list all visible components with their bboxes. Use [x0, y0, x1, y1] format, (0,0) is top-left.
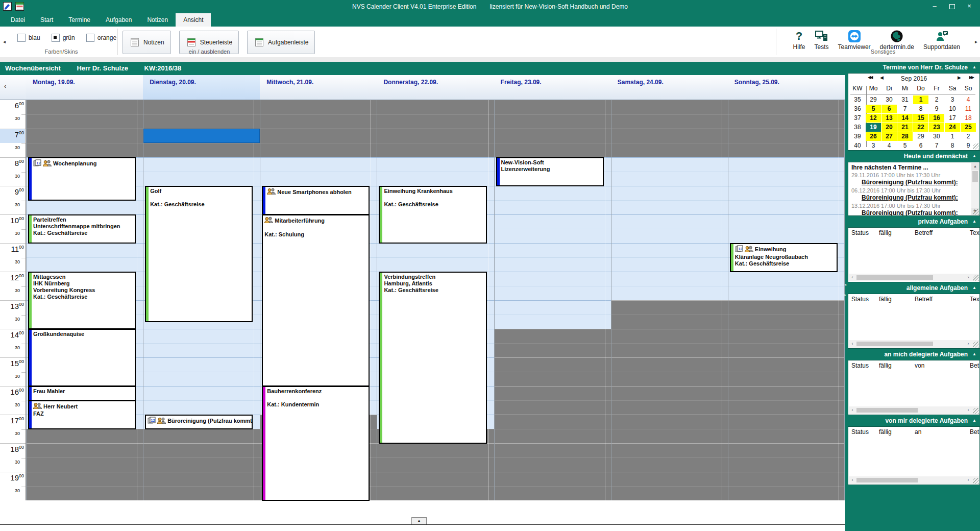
time-slot[interactable]: [611, 214, 728, 229]
scroll-right-icon[interactable]: ›: [965, 340, 972, 348]
mini-calendar-day[interactable]: 6: [881, 105, 897, 113]
time-slot[interactable]: [728, 429, 844, 443]
time-slot[interactable]: [27, 129, 143, 143]
splitter-collapse-icon[interactable]: ◂: [844, 282, 846, 287]
time-slot[interactable]: [495, 100, 611, 114]
time-slot[interactable]: [611, 329, 728, 343]
time-slot[interactable]: [495, 214, 611, 229]
mini-calendar-day[interactable]: 29: [866, 95, 881, 104]
scroll-right-icon[interactable]: ›: [965, 274, 972, 281]
time-slot[interactable]: [27, 200, 143, 214]
time-slot[interactable]: [143, 386, 260, 400]
time-slot[interactable]: [143, 100, 260, 114]
time-slot[interactable]: [377, 143, 494, 157]
time-slot[interactable]: [611, 229, 728, 243]
maximize-button[interactable]: [943, 0, 961, 13]
horizontal-scrollbar[interactable]: ‹›: [849, 340, 979, 348]
time-slot[interactable]: [728, 372, 844, 386]
scrollbar-thumb[interactable]: [856, 408, 918, 413]
time-slot[interactable]: [611, 472, 728, 486]
time-slot[interactable]: [27, 472, 143, 486]
time-slot[interactable]: [611, 143, 728, 157]
time-slot[interactable]: [143, 157, 260, 172]
mini-calendar-day[interactable]: 11: [961, 105, 976, 113]
mini-calendar-day[interactable]: 25: [961, 123, 976, 132]
day-header-2[interactable]: Mittwoch, 21.09.: [260, 75, 377, 100]
scroll-left-icon[interactable]: ‹: [849, 340, 856, 348]
time-slot[interactable]: [377, 129, 494, 143]
time-slot[interactable]: [495, 472, 611, 486]
time-slot[interactable]: [611, 200, 728, 214]
time-slot[interactable]: [728, 315, 844, 329]
collapse-icon[interactable]: ▲: [972, 62, 976, 73]
time-slot[interactable]: [27, 486, 143, 500]
resize-grip-icon[interactable]: [973, 478, 979, 484]
time-slot[interactable]: [611, 457, 728, 472]
section-header-3[interactable]: von mir delegierte Aufgaben▲: [848, 415, 980, 426]
mini-calendar-day[interactable]: 1: [945, 132, 960, 141]
mini-calendar-day[interactable]: 4: [961, 95, 976, 104]
time-slot[interactable]: [495, 457, 611, 472]
time-slot[interactable]: [728, 457, 844, 472]
time-slot[interactable]: [495, 400, 611, 415]
ribbon-scroll-right-icon[interactable]: ▸: [975, 39, 977, 44]
collapse-icon[interactable]: ▲: [972, 282, 976, 294]
appointment[interactable]: BauherrenkonferenzKat.: Kundentermin: [262, 386, 370, 501]
skin-checkbox-orange[interactable]: orange: [86, 34, 116, 42]
day-header-4[interactable]: Freitag, 23.09.: [494, 75, 611, 100]
appointment[interactable]: MitarbeiterführungKat.: Schulung: [262, 214, 370, 387]
mini-calendar-day[interactable]: 3: [866, 141, 881, 150]
time-slot[interactable]: [728, 357, 844, 372]
time-slot[interactable]: [495, 200, 611, 214]
mini-calendar-day[interactable]: 23: [929, 123, 944, 132]
scrollbar-thumb[interactable]: [856, 478, 918, 482]
time-slot[interactable]: [27, 443, 143, 457]
time-slot[interactable]: [260, 129, 377, 143]
time-slot[interactable]: [143, 343, 260, 357]
time-slot[interactable]: [495, 257, 611, 272]
mini-calendar-day[interactable]: 2: [961, 132, 976, 141]
horizontal-scrollbar[interactable]: ‹›: [849, 274, 979, 281]
scroll-left-icon[interactable]: ‹: [849, 476, 856, 484]
appointment[interactable]: Frau Mahler: [28, 386, 136, 401]
mini-calendar-day[interactable]: 30: [929, 132, 944, 141]
time-slot[interactable]: [495, 386, 611, 400]
mini-calendar-day[interactable]: 9: [929, 105, 944, 113]
resize-grip-icon[interactable]: [973, 342, 979, 348]
collapse-up-button[interactable]: ▲: [411, 517, 427, 525]
time-slot[interactable]: [495, 429, 611, 443]
time-slot[interactable]: [728, 272, 844, 286]
time-slot[interactable]: [495, 300, 611, 315]
mini-calendar-day[interactable]: 27: [881, 132, 897, 141]
time-slot[interactable]: [611, 172, 728, 186]
time-slot[interactable]: [495, 243, 611, 257]
splitter-expand-icon[interactable]: ▸: [844, 293, 846, 297]
time-slot[interactable]: [495, 286, 611, 300]
collapse-icon[interactable]: ▲: [972, 216, 976, 227]
ribbon-button-tests[interactable]: Tests: [810, 29, 834, 51]
time-slot[interactable]: [377, 472, 494, 486]
mini-calendar-day[interactable]: 20: [881, 123, 897, 132]
mini-calendar-day[interactable]: 28: [897, 132, 913, 141]
time-slot[interactable]: [611, 100, 728, 114]
mini-calendar-day[interactable]: 8: [945, 141, 960, 150]
ribbon-button-teamviewer[interactable]: Teamviewer: [834, 29, 875, 51]
scroll-up-icon[interactable]: ▲: [971, 163, 979, 170]
mini-calendar-day[interactable]: 26: [866, 132, 881, 141]
ribbon-button-supportdaten[interactable]: Supportdaten: [919, 29, 965, 51]
time-slot[interactable]: [728, 157, 844, 172]
time-slot[interactable]: [495, 186, 611, 200]
time-slot[interactable]: [611, 415, 728, 429]
time-slot[interactable]: [27, 429, 143, 443]
section-header-0[interactable]: private Aufgaben▲: [848, 216, 980, 227]
mini-calendar-day[interactable]: 12: [866, 114, 881, 123]
time-slot[interactable]: [728, 172, 844, 186]
time-slot[interactable]: [611, 272, 728, 286]
time-slot[interactable]: [377, 243, 494, 257]
time-slot[interactable]: [260, 143, 377, 157]
time-slot[interactable]: [27, 114, 143, 129]
time-slot[interactable]: [143, 472, 260, 486]
mini-calendar-day[interactable]: 14: [897, 114, 913, 123]
resize-grip-icon[interactable]: [973, 209, 979, 215]
appointment[interactable]: Großkundenaquise: [28, 329, 136, 387]
